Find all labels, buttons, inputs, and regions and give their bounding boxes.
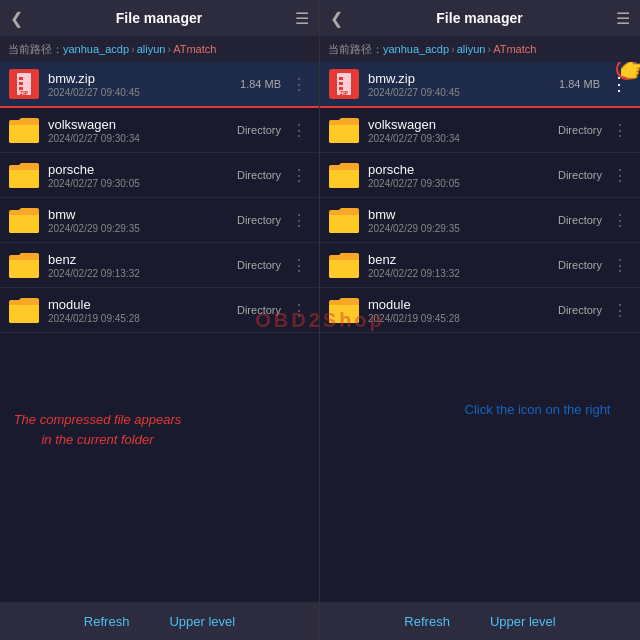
left-file-size-bmwzip: 1.84 MB bbox=[240, 78, 281, 90]
right-file-info-bmwzip: bmw.zip 2024/02/27 09:40:45 bbox=[368, 71, 559, 98]
right-folder-icon-module bbox=[328, 294, 360, 326]
right-upper-level-button[interactable]: Upper level bbox=[490, 614, 556, 629]
left-file-item-volkswagen[interactable]: volkswagen 2024/02/27 09:30:34 Directory… bbox=[0, 108, 319, 153]
left-more-icon-module[interactable]: ⋮ bbox=[287, 299, 311, 322]
right-file-size-bmw: Directory bbox=[558, 214, 602, 226]
right-panel-header: ❮ File manager ☰ bbox=[320, 0, 640, 36]
left-file-size-bmw: Directory bbox=[237, 214, 281, 226]
right-file-item-bmw[interactable]: bmw 2024/02/29 09:29:35 Directory ⋮ bbox=[320, 198, 640, 243]
left-panel-header: ❮ File manager ☰ bbox=[0, 0, 319, 36]
right-file-info-module: module 2024/02/19 09:45:28 bbox=[368, 297, 558, 324]
left-file-item-module[interactable]: module 2024/02/19 09:45:28 Directory ⋮ bbox=[0, 288, 319, 333]
right-file-item-bmwzip[interactable]: ZIP bmw.zip 2024/02/27 09:40:45 1.84 MB … bbox=[320, 62, 640, 108]
left-file-date-volkswagen: 2024/02/27 09:30:34 bbox=[48, 133, 237, 144]
left-folder-icon-bmw bbox=[8, 204, 40, 236]
left-file-item-benz[interactable]: benz 2024/02/22 09:13:32 Directory ⋮ bbox=[0, 243, 319, 288]
right-more-icon-porsche[interactable]: ⋮ bbox=[608, 164, 632, 187]
left-file-name-benz: benz bbox=[48, 252, 237, 267]
left-more-icon-bmw[interactable]: ⋮ bbox=[287, 209, 311, 232]
right-folder-icon-bmw bbox=[328, 204, 360, 236]
right-file-name-porsche: porsche bbox=[368, 162, 558, 177]
right-file-date-benz: 2024/02/22 09:13:32 bbox=[368, 268, 558, 279]
right-file-size-benz: Directory bbox=[558, 259, 602, 271]
left-file-size-benz: Directory bbox=[237, 259, 281, 271]
right-file-size-porsche: Directory bbox=[558, 169, 602, 181]
left-file-date-porsche: 2024/02/27 09:30:05 bbox=[48, 178, 237, 189]
left-more-icon-bmwzip[interactable]: ⋮ bbox=[287, 73, 311, 96]
right-folder-icon-porsche bbox=[328, 159, 360, 191]
right-menu-icon[interactable]: ☰ bbox=[616, 9, 630, 28]
right-file-date-module: 2024/02/19 09:45:28 bbox=[368, 313, 558, 324]
left-upper-level-button[interactable]: Upper level bbox=[169, 614, 235, 629]
left-file-date-bmw: 2024/02/29 09:29:35 bbox=[48, 223, 237, 234]
right-folder-icon-volkswagen bbox=[328, 114, 360, 146]
left-crumb-1[interactable]: yanhua_acdp bbox=[63, 43, 129, 55]
left-breadcrumb: 当前路径： yanhua_acdp › aliyun › ATmatch bbox=[0, 36, 319, 62]
right-more-icon-bmw[interactable]: ⋮ bbox=[608, 209, 632, 232]
left-file-size-volkswagen: Directory bbox=[237, 124, 281, 136]
right-file-item-module[interactable]: module 2024/02/19 09:45:28 Directory ⋮ bbox=[320, 288, 640, 333]
left-file-item-bmw[interactable]: bmw 2024/02/29 09:29:35 Directory ⋮ bbox=[0, 198, 319, 243]
svg-rect-4 bbox=[19, 82, 23, 85]
right-panel-footer: Refresh Upper level bbox=[320, 602, 640, 640]
left-refresh-button[interactable]: Refresh bbox=[84, 614, 130, 629]
right-panel-title: File manager bbox=[436, 10, 522, 26]
right-crumb-3[interactable]: ATmatch bbox=[493, 43, 536, 55]
left-file-name-porsche: porsche bbox=[48, 162, 237, 177]
left-more-icon-volkswagen[interactable]: ⋮ bbox=[287, 119, 311, 142]
right-zip-icon-bmwzip: ZIP bbox=[328, 68, 360, 100]
left-folder-icon-benz bbox=[8, 249, 40, 281]
right-breadcrumb: 当前路径： yanhua_acdp › aliyun › ATmatch bbox=[320, 36, 640, 62]
right-file-info-benz: benz 2024/02/22 09:13:32 bbox=[368, 252, 558, 279]
right-more-icon-bmwzip[interactable]: ⋮ bbox=[606, 71, 632, 97]
left-file-info-porsche: porsche 2024/02/27 09:30:05 bbox=[48, 162, 237, 189]
left-more-icon-porsche[interactable]: ⋮ bbox=[287, 164, 311, 187]
left-file-name-bmw: bmw bbox=[48, 207, 237, 222]
svg-rect-10 bbox=[339, 82, 343, 85]
left-file-date-module: 2024/02/19 09:45:28 bbox=[48, 313, 237, 324]
right-file-item-volkswagen[interactable]: volkswagen 2024/02/27 09:30:34 Directory… bbox=[320, 108, 640, 153]
right-more-icon-benz[interactable]: ⋮ bbox=[608, 254, 632, 277]
left-file-item-porsche[interactable]: porsche 2024/02/27 09:30:05 Directory ⋮ bbox=[0, 153, 319, 198]
left-crumb-3[interactable]: ATmatch bbox=[173, 43, 216, 55]
right-file-item-porsche[interactable]: porsche 2024/02/27 09:30:05 Directory ⋮ bbox=[320, 153, 640, 198]
svg-text:ZIP: ZIP bbox=[340, 90, 348, 96]
svg-text:ZIP: ZIP bbox=[20, 90, 28, 96]
left-file-item-bmwzip[interactable]: ZIP bmw.zip 2024/02/27 09:40:45 1.84 MB … bbox=[0, 62, 319, 108]
right-file-size-module: Directory bbox=[558, 304, 602, 316]
right-crumb-1[interactable]: yanhua_acdp bbox=[383, 43, 449, 55]
right-folder-icon-benz bbox=[328, 249, 360, 281]
app-container: ❮ File manager ☰ 当前路径： yanhua_acdp › ali… bbox=[0, 0, 640, 640]
left-folder-icon-module bbox=[8, 294, 40, 326]
left-file-list: ZIP bmw.zip 2024/02/27 09:40:45 1.84 MB … bbox=[0, 62, 319, 602]
right-more-icon-volkswagen[interactable]: ⋮ bbox=[608, 119, 632, 142]
left-file-name-bmwzip: bmw.zip bbox=[48, 71, 240, 86]
left-file-size-module: Directory bbox=[237, 304, 281, 316]
left-file-info-module: module 2024/02/19 09:45:28 bbox=[48, 297, 237, 324]
left-panel-footer: Refresh Upper level bbox=[0, 602, 319, 640]
left-panel: ❮ File manager ☰ 当前路径： yanhua_acdp › ali… bbox=[0, 0, 320, 640]
right-more-icon-module[interactable]: ⋮ bbox=[608, 299, 632, 322]
left-back-icon[interactable]: ❮ bbox=[10, 9, 23, 28]
svg-rect-9 bbox=[339, 77, 343, 80]
right-file-list: ZIP bmw.zip 2024/02/27 09:40:45 1.84 MB … bbox=[320, 62, 640, 602]
right-file-info-volkswagen: volkswagen 2024/02/27 09:30:34 bbox=[368, 117, 558, 144]
left-more-icon-benz[interactable]: ⋮ bbox=[287, 254, 311, 277]
left-folder-icon-porsche bbox=[8, 159, 40, 191]
right-crumb-2[interactable]: aliyun bbox=[457, 43, 486, 55]
right-file-name-bmwzip: bmw.zip bbox=[368, 71, 559, 86]
right-breadcrumb-label: 当前路径： bbox=[328, 42, 383, 57]
left-file-info-volkswagen: volkswagen 2024/02/27 09:30:34 bbox=[48, 117, 237, 144]
right-back-icon[interactable]: ❮ bbox=[330, 9, 343, 28]
right-refresh-button[interactable]: Refresh bbox=[404, 614, 450, 629]
left-folder-icon-volkswagen bbox=[8, 114, 40, 146]
right-file-size-volkswagen: Directory bbox=[558, 124, 602, 136]
left-menu-icon[interactable]: ☰ bbox=[295, 9, 309, 28]
left-file-date-benz: 2024/02/22 09:13:32 bbox=[48, 268, 237, 279]
left-breadcrumb-label: 当前路径： bbox=[8, 42, 63, 57]
right-file-item-benz[interactable]: benz 2024/02/22 09:13:32 Directory ⋮ bbox=[320, 243, 640, 288]
left-crumb-2[interactable]: aliyun bbox=[137, 43, 166, 55]
left-file-size-porsche: Directory bbox=[237, 169, 281, 181]
left-file-name-volkswagen: volkswagen bbox=[48, 117, 237, 132]
right-file-info-porsche: porsche 2024/02/27 09:30:05 bbox=[368, 162, 558, 189]
